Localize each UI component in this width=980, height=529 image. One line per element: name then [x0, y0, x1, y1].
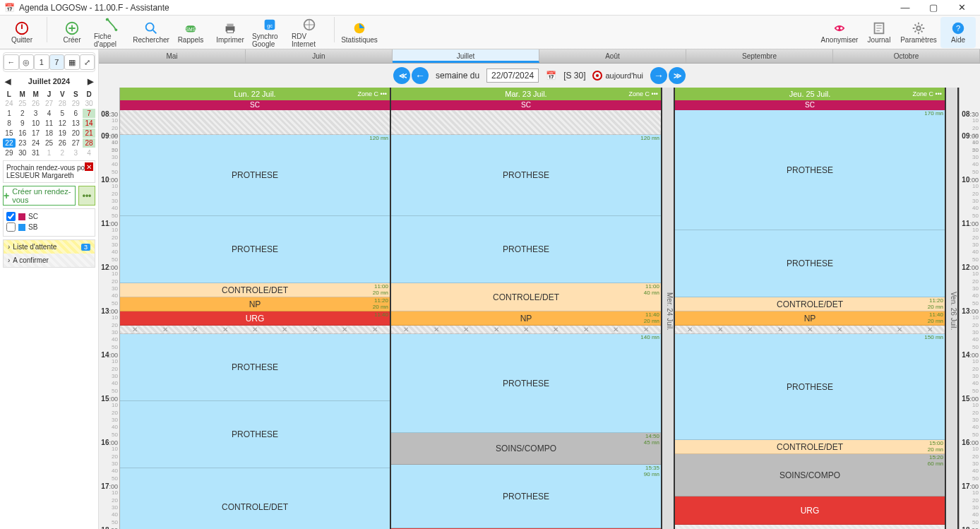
time-slot[interactable]: CONTROLE/DET11:00 40 mn — [391, 283, 661, 311]
prev-week-button[interactable]: ← — [412, 67, 429, 84]
cal-day-cell[interactable]: 16 — [16, 129, 29, 138]
stats-button[interactable]: Statistiques — [342, 17, 377, 48]
cal-day-cell[interactable]: 10 — [30, 119, 42, 128]
cal-day-cell[interactable]: 7 — [83, 109, 95, 118]
month-tab[interactable]: Août — [539, 49, 686, 63]
day-header[interactable]: Lun. 22 Juil.Zone C ••• — [120, 88, 390, 100]
cal-day-cell[interactable]: 2 — [56, 148, 68, 157]
time-slot[interactable]: PROTHESE170 mn — [675, 110, 945, 230]
minimize-button[interactable]: — — [891, 1, 919, 15]
cal-day-cell[interactable]: 2 — [16, 109, 29, 118]
cal-day-cell[interactable]: 20 — [69, 129, 82, 138]
create-more-button[interactable]: ••• — [78, 186, 95, 206]
anonymize-button[interactable]: Anonymiser — [822, 17, 857, 48]
collapsed-day[interactable]: Mer. 24 Juil. — [662, 88, 675, 529]
cal-day-cell[interactable]: 29 — [3, 148, 16, 157]
month-tab[interactable]: Septembre — [686, 49, 833, 63]
cal-day-cell[interactable]: 4 — [83, 148, 95, 157]
cal-day-cell[interactable]: 25 — [43, 138, 56, 148]
cal-day-cell[interactable]: 31 — [30, 148, 42, 157]
time-slot[interactable]: SOINS/COMPO14:50 45 mn — [391, 433, 661, 465]
day-header[interactable]: Mar. 23 Juil.Zone C ••• — [391, 88, 661, 100]
maximize-button[interactable]: ▢ — [919, 1, 948, 15]
time-slot[interactable]: PROTHESE120 mn — [391, 135, 661, 216]
cal-day-cell[interactable]: 19 — [56, 129, 68, 138]
day-zone[interactable]: Zone C ••• — [629, 90, 658, 97]
cal-day-cell[interactable]: 30 — [16, 148, 29, 157]
time-slot[interactable]: ✕✕✕✕✕✕✕✕✕ — [120, 326, 390, 334]
cal-day-cell[interactable]: 1 — [3, 109, 16, 118]
back-arrow-button[interactable]: ← — [4, 54, 19, 70]
legend-checkbox[interactable] — [6, 222, 16, 232]
settings-button[interactable]: Paramètres — [901, 17, 936, 48]
cal-day-cell[interactable]: 24 — [30, 138, 42, 148]
month-tab[interactable]: Mai — [99, 49, 246, 63]
time-slot[interactable]: PROTHESE140 mn — [391, 334, 661, 433]
cal-day-cell[interactable]: 28 — [56, 99, 68, 108]
cal-day-cell[interactable]: 11 — [43, 119, 56, 128]
cal-day-cell[interactable]: 18 — [43, 129, 56, 138]
time-slot[interactable]: CONTROLE/DET11:00 20 mn — [120, 283, 390, 297]
time-slot[interactable]: CONTROLE/DET — [120, 468, 390, 529]
create-appointment-button[interactable]: +Créer un rendez-vous — [3, 186, 76, 206]
practitioner-subheader[interactable]: SC — [391, 100, 661, 110]
cal-day-cell[interactable]: 24 — [3, 99, 16, 108]
time-slot[interactable] — [391, 110, 661, 135]
time-slot[interactable]: PROTHESE — [675, 230, 945, 297]
next-fast-button[interactable]: ≫ — [669, 67, 686, 84]
time-slot[interactable]: SOINS/COMPO15:20 60 mn — [675, 454, 945, 497]
cal-day-cell[interactable]: 3 — [69, 148, 82, 157]
time-slot[interactable]: PROTHESE — [120, 334, 390, 401]
cal-day-cell[interactable]: 14 — [83, 119, 95, 128]
cal-day-cell[interactable]: 15 — [3, 129, 16, 138]
cal-day-cell[interactable]: 12 — [56, 119, 68, 128]
cal-day-cell[interactable]: 6 — [69, 109, 82, 118]
journal-button[interactable]: Journal — [861, 17, 897, 48]
day-header[interactable]: Jeu. 25 Juil.Zone C ••• — [675, 88, 945, 100]
cal-day-cell[interactable]: 8 — [3, 119, 16, 128]
time-slot[interactable]: PROTHESE — [120, 216, 390, 283]
cal-day-cell[interactable]: 28 — [83, 138, 95, 148]
cal-day-cell[interactable]: 3 — [30, 109, 42, 118]
legend-checkbox[interactable] — [6, 212, 16, 221]
day-view-button[interactable]: 1 — [34, 54, 49, 70]
help-button[interactable]: ?Aide — [940, 17, 976, 48]
today-button[interactable]: aujourd'hui — [592, 71, 643, 81]
legend-row[interactable]: SC — [6, 212, 92, 221]
date-input[interactable]: 22/07/2024 — [486, 69, 539, 83]
time-slot[interactable]: URG11:40 — [120, 311, 390, 326]
time-slot[interactable]: NP11:40 20 mn — [675, 311, 945, 326]
prev-fast-button[interactable]: ≪ — [393, 67, 410, 84]
create-button[interactable]: Créer — [54, 17, 90, 48]
sidelist-item[interactable]: ›A confirmer — [4, 254, 95, 267]
cal-day-cell[interactable]: 27 — [69, 138, 82, 148]
cal-day-cell[interactable]: 17 — [30, 129, 42, 138]
cal-day-cell[interactable]: 26 — [56, 138, 68, 148]
month-tab[interactable]: Juin — [246, 49, 393, 63]
month-tab[interactable]: Juillet — [393, 49, 539, 63]
collapsed-day[interactable]: Ven. 26 Juil. — [946, 88, 959, 529]
time-slot[interactable]: NP11:40 20 mn — [391, 311, 661, 326]
time-slot[interactable]: PROTHESE150 mn — [675, 334, 945, 440]
time-slot[interactable]: PROTHESE15:35 90 mn — [391, 465, 661, 528]
day-zone[interactable]: Zone C ••• — [913, 90, 942, 97]
cal-day-cell[interactable]: 27 — [43, 99, 56, 108]
cal-next-button[interactable]: ▶ — [85, 77, 95, 86]
next-week-button[interactable]: → — [650, 67, 667, 84]
close-icon[interactable]: ✕ — [85, 162, 93, 171]
cal-day-cell[interactable]: 21 — [83, 129, 95, 138]
cal-day-cell[interactable]: 23 — [16, 138, 29, 148]
time-slot[interactable]: PROTHESE — [391, 216, 661, 283]
cal-day-cell[interactable]: 1 — [43, 148, 56, 157]
cal-day-cell[interactable]: 9 — [16, 119, 29, 128]
legend-row[interactable]: SB — [6, 222, 92, 232]
time-slot[interactable]: ✕✕✕✕✕✕✕✕✕ — [675, 326, 945, 334]
cal-day-cell[interactable]: 22 — [3, 138, 16, 148]
expand-button[interactable]: ⤢ — [80, 54, 95, 70]
rdv-internet-button[interactable]: RDV Internet — [292, 17, 327, 48]
time-slot[interactable] — [120, 110, 390, 135]
cal-day-cell[interactable]: 30 — [83, 99, 95, 108]
month-view-button[interactable]: ▦ — [64, 54, 80, 70]
time-slot[interactable]: NP11:20 20 mn — [120, 297, 390, 311]
cal-day-cell[interactable]: 13 — [69, 119, 82, 128]
